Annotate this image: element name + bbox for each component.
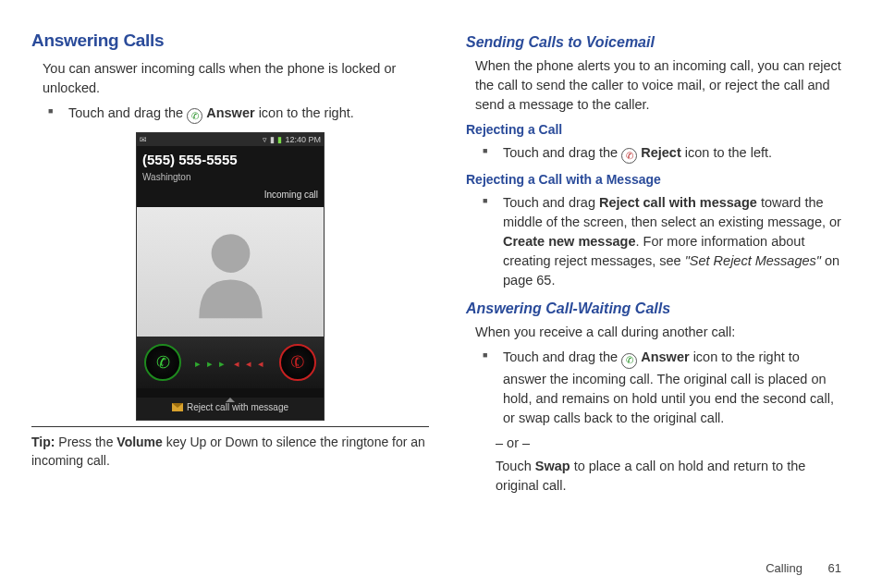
bullet-answer: Touch and drag the ✆ Answer icon to the … bbox=[55, 104, 429, 126]
call-waiting-intro: When you receive a call during another c… bbox=[475, 323, 845, 342]
status-bar: ✉ ▿ ▮ ▮ 12:40 PM bbox=[137, 133, 324, 146]
heading-sending-voicemail: Sending Calls to Voicemail bbox=[466, 31, 845, 53]
bullet-reject-message: Touch and drag Reject call with message … bbox=[490, 193, 845, 290]
heading-rejecting-call: Rejecting a Call bbox=[466, 120, 845, 139]
envelope-icon bbox=[172, 403, 183, 411]
caller-number: (555) 555-5555 bbox=[142, 150, 318, 170]
signal-icon: ▮ bbox=[270, 134, 275, 146]
caller-location: Washington bbox=[142, 171, 318, 185]
heading-call-waiting: Answering Call-Waiting Calls bbox=[466, 298, 845, 319]
status-time: 12:40 PM bbox=[285, 134, 321, 146]
page-number: 61 bbox=[828, 561, 841, 575]
bullet-call-waiting-answer: Touch and drag the ✆ Answer icon to the … bbox=[490, 348, 845, 428]
right-column: Sending Calls to Voicemail When the phon… bbox=[466, 28, 845, 545]
footer-section: Calling bbox=[766, 561, 802, 575]
reject-with-message-bar[interactable]: Reject call with message bbox=[137, 398, 324, 420]
answer-button[interactable]: ✆ bbox=[144, 344, 181, 381]
pull-tab[interactable] bbox=[137, 388, 324, 398]
answer-icon: ✆ bbox=[187, 108, 202, 124]
phone-screenshot: ✉ ▿ ▮ ▮ 12:40 PM (555) 555-5555 Washingt… bbox=[136, 132, 325, 420]
left-column: Answering Calls You can answer incoming … bbox=[31, 28, 429, 545]
battery-icon: ▮ bbox=[277, 134, 282, 146]
reject-button[interactable]: ✆ bbox=[279, 344, 316, 381]
or-separator: – or – bbox=[466, 434, 845, 453]
tip-block: Tip: Press the Volume key Up or Down to … bbox=[31, 433, 429, 471]
message-icon: ✉ bbox=[140, 134, 147, 146]
divider bbox=[31, 426, 429, 427]
voicemail-intro: When the phone alerts you to an incoming… bbox=[475, 56, 845, 115]
page-footer: Calling 61 bbox=[766, 561, 841, 575]
heading-rejecting-with-message: Rejecting a Call with a Message bbox=[466, 170, 845, 189]
answer-icon-2: ✆ bbox=[621, 353, 637, 369]
swipe-arrows: ▸ ▸ ▸◂ ◂ ◂ bbox=[181, 353, 279, 373]
caller-avatar bbox=[137, 207, 324, 337]
svg-point-0 bbox=[211, 234, 250, 273]
wifi-icon: ▿ bbox=[263, 134, 267, 146]
intro-text: You can answer incoming calls when the p… bbox=[43, 59, 429, 98]
swap-instruction: Touch Swap to place a call on hold and r… bbox=[466, 457, 845, 496]
incoming-call-label: Incoming call bbox=[142, 189, 318, 202]
reject-icon: ✆ bbox=[621, 148, 637, 164]
bullet-reject: Touch and drag the ✆ Reject icon to the … bbox=[490, 143, 845, 165]
heading-answering-calls: Answering Calls bbox=[31, 28, 429, 54]
